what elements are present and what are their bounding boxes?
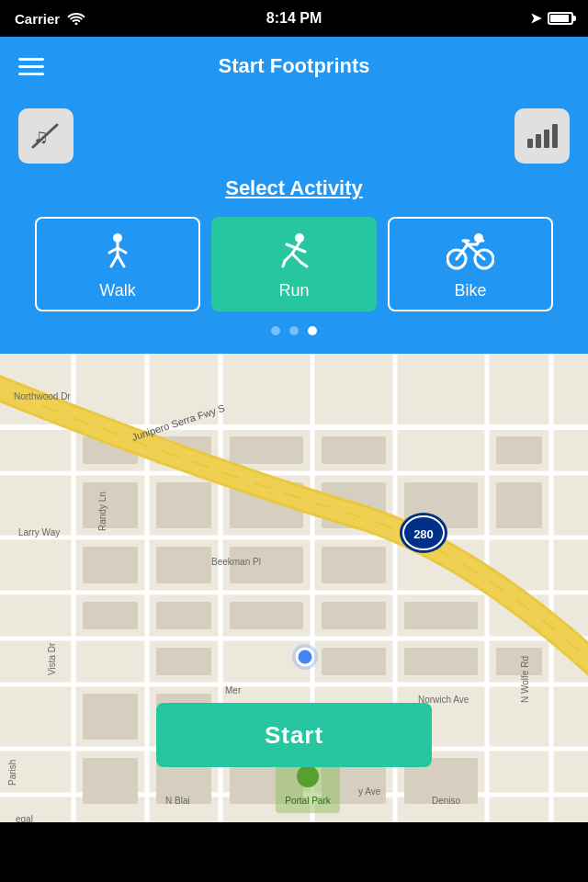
svg-line-11 (118, 255, 124, 266)
walk-icon (97, 232, 138, 272)
svg-text:y Ave: y Ave (358, 786, 381, 797)
svg-rect-57 (230, 436, 303, 464)
svg-rect-69 (496, 436, 542, 464)
svg-rect-61 (322, 436, 386, 464)
walk-label: Walk (99, 281, 135, 300)
svg-line-14 (287, 244, 296, 248)
svg-point-95 (297, 765, 319, 787)
svg-text:Parish: Parish (7, 760, 17, 786)
activity-bike[interactable]: Bike (388, 217, 553, 311)
dot-2[interactable] (289, 326, 299, 335)
svg-rect-2 (527, 139, 533, 148)
wifi-icon (67, 12, 85, 25)
svg-text:Mer: Mer (225, 685, 242, 695)
svg-rect-52 (156, 482, 211, 528)
svg-rect-55 (156, 648, 211, 675)
music-mute-icon: ♫ (31, 121, 61, 151)
svg-text:egal: egal (16, 814, 33, 822)
run-label: Run (278, 281, 309, 300)
run-icon (274, 232, 314, 272)
svg-text:280: 280 (413, 527, 434, 541)
music-mute-button[interactable]: ♫ (18, 108, 74, 164)
icon-btn-row: ♫ (18, 108, 570, 164)
svg-text:Larry Way: Larry Way (18, 527, 60, 537)
page-title: Start Footprints (219, 54, 370, 78)
svg-text:Northwood Dr: Northwood Dr (14, 391, 71, 401)
svg-text:Beekman Pl: Beekman Pl (211, 557, 261, 567)
status-time: 8:14 PM (266, 10, 322, 27)
dot-1[interactable] (271, 326, 280, 335)
svg-rect-50 (83, 694, 138, 740)
app-header: Start Footprints (0, 37, 588, 96)
svg-text:N Wolfe Rd: N Wolfe Rd (520, 656, 530, 703)
carrier-label: Carrier (15, 11, 60, 27)
status-left: Carrier (15, 11, 85, 27)
svg-text:Randy Ln: Randy Ln (97, 492, 107, 531)
svg-text:Portal Park: Portal Park (285, 796, 331, 806)
svg-rect-60 (230, 602, 303, 629)
svg-rect-65 (322, 648, 386, 675)
menu-button[interactable] (18, 58, 44, 75)
hamburger-line (18, 65, 44, 68)
signal-button[interactable] (514, 108, 570, 164)
svg-rect-63 (322, 547, 386, 583)
svg-rect-68 (404, 648, 478, 675)
svg-line-10 (111, 255, 118, 266)
hamburger-line (18, 73, 44, 75)
location-arrow-icon: ➤ (530, 10, 542, 27)
svg-rect-64 (322, 602, 386, 629)
activity-cards: Walk Run (18, 217, 570, 311)
svg-rect-72 (83, 758, 138, 804)
svg-text:N Blai: N Blai (165, 796, 190, 806)
svg-rect-48 (83, 547, 138, 583)
map-container[interactable]: Junipero Serra Fwy S Larry Way Randy Ln … (0, 354, 588, 822)
select-activity-label: Select Activity (18, 176, 570, 200)
svg-rect-3 (536, 134, 541, 148)
svg-rect-47 (83, 482, 138, 528)
svg-rect-67 (404, 602, 478, 629)
svg-rect-4 (544, 130, 549, 148)
dot-3[interactable] (308, 326, 317, 335)
svg-line-18 (285, 254, 292, 261)
svg-rect-49 (83, 602, 138, 629)
svg-text:Deniso: Deniso (432, 796, 461, 806)
battery-icon (548, 12, 573, 25)
signal-bars-icon (526, 122, 558, 150)
activity-panel: ♫ Select Activity (0, 96, 588, 354)
status-bar: Carrier 8:14 PM ➤ (0, 0, 588, 37)
svg-point-29 (474, 233, 483, 243)
bike-label: Bike (454, 281, 486, 300)
svg-rect-5 (552, 124, 558, 148)
svg-point-98 (297, 649, 313, 665)
svg-line-19 (283, 261, 285, 266)
svg-line-16 (292, 254, 301, 263)
bike-icon (447, 232, 494, 272)
activity-walk[interactable]: Walk (35, 217, 200, 311)
pagination-dots (18, 326, 570, 335)
start-button[interactable]: Start (156, 703, 432, 767)
svg-text:Vista Dr: Vista Dr (47, 642, 57, 675)
svg-line-17 (301, 263, 307, 266)
hamburger-line (18, 58, 44, 61)
status-right: ➤ (530, 10, 573, 27)
svg-rect-54 (156, 602, 211, 629)
activity-run[interactable]: Run (211, 217, 377, 311)
svg-rect-71 (496, 648, 542, 675)
svg-rect-53 (156, 547, 211, 583)
svg-rect-70 (496, 482, 542, 528)
svg-line-15 (296, 248, 305, 252)
